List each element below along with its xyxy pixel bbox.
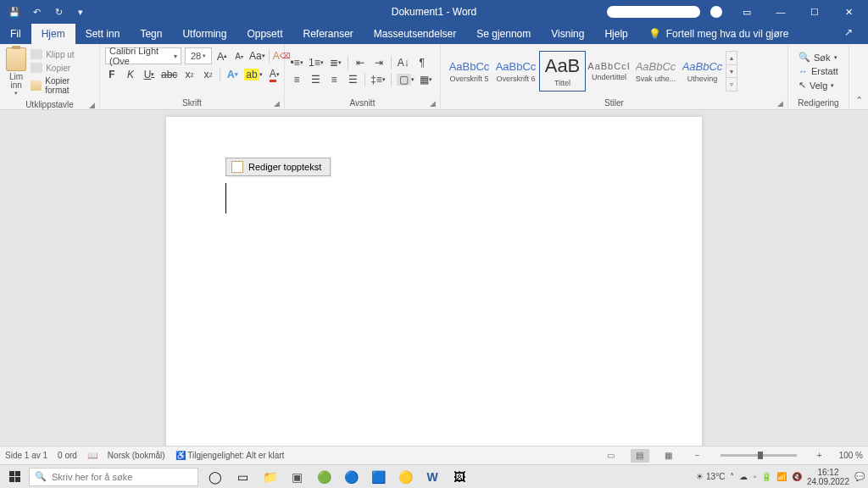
select-button[interactable]: ↖Velg▾ bbox=[797, 79, 840, 92]
paragraph-launcher-icon[interactable]: ◢ bbox=[428, 99, 437, 108]
change-case-button[interactable]: Aa▾ bbox=[249, 49, 265, 63]
minimize-icon[interactable]: — bbox=[766, 3, 795, 20]
cortana-icon[interactable]: ◯ bbox=[202, 465, 229, 489]
edit-header-button[interactable]: Rediger topptekst bbox=[225, 158, 331, 176]
shrink-font-button[interactable]: A▾ bbox=[232, 49, 246, 63]
tray-expand-icon[interactable]: ˄ bbox=[730, 472, 734, 481]
line-spacing-button[interactable]: ‡≡▾ bbox=[370, 73, 386, 86]
tab-insert[interactable]: Sett inn bbox=[75, 24, 131, 44]
word-icon[interactable]: W bbox=[419, 465, 446, 489]
zoom-in-icon[interactable]: + bbox=[810, 449, 829, 463]
zoom-slider[interactable] bbox=[721, 454, 797, 457]
chrome2-icon[interactable]: 🟡 bbox=[392, 465, 419, 489]
format-painter-button[interactable]: Kopier format bbox=[29, 75, 94, 96]
underline-button[interactable]: U▾ bbox=[142, 68, 156, 81]
battery-icon[interactable]: 🔋 bbox=[761, 472, 771, 481]
superscript-button[interactable]: x2 bbox=[201, 68, 214, 81]
save-icon[interactable]: 💾 bbox=[7, 4, 22, 19]
justify-button[interactable]: ☰ bbox=[346, 73, 359, 86]
tab-mailings[interactable]: Masseutsendelser bbox=[364, 24, 466, 44]
increase-indent-button[interactable]: ⇥ bbox=[372, 56, 386, 69]
undo-icon[interactable]: ↶ bbox=[29, 4, 44, 19]
multilevel-list-button[interactable]: ≣▾ bbox=[329, 56, 342, 69]
grow-font-button[interactable]: A▴ bbox=[215, 49, 229, 63]
align-left-button[interactable]: ≡ bbox=[290, 73, 303, 86]
read-mode-icon[interactable]: ▭ bbox=[602, 449, 620, 463]
zoom-thumb[interactable] bbox=[758, 452, 763, 459]
explorer-icon[interactable]: 📁 bbox=[256, 465, 283, 489]
media-icon[interactable]: 🔵 bbox=[337, 465, 364, 489]
customize-qat-icon[interactable]: ▾ bbox=[73, 4, 88, 19]
decrease-indent-button[interactable]: ⇤ bbox=[353, 56, 367, 69]
tab-references[interactable]: Referanser bbox=[292, 24, 363, 44]
tab-file[interactable]: Fil bbox=[0, 24, 31, 44]
zoom-level[interactable]: 100 % bbox=[839, 451, 863, 460]
notifications-icon[interactable]: 💬 bbox=[854, 472, 865, 481]
style-heading6[interactable]: AaBbCcOverskrift 6 bbox=[492, 51, 539, 92]
show-marks-button[interactable]: ¶ bbox=[415, 56, 429, 69]
ribbon-options-icon[interactable]: ▭ bbox=[732, 3, 761, 20]
volume-icon[interactable]: 🔇 bbox=[792, 472, 802, 481]
copy-button[interactable]: Kopier bbox=[29, 62, 94, 74]
tab-view[interactable]: Visning bbox=[541, 24, 594, 44]
styles-scroll-down-icon[interactable]: ▾ bbox=[726, 65, 737, 79]
clipboard-launcher-icon[interactable]: ◢ bbox=[87, 101, 96, 109]
account-avatar[interactable] bbox=[710, 6, 722, 18]
find-button[interactable]: 🔍Søk▾ bbox=[797, 51, 840, 64]
tab-draw[interactable]: Tegn bbox=[130, 24, 172, 44]
language-status[interactable]: Norsk (bokmål) bbox=[108, 451, 165, 460]
tab-layout[interactable]: Oppsett bbox=[236, 24, 292, 44]
photos-icon[interactable]: 🖼 bbox=[446, 465, 473, 489]
subscript-button[interactable]: x2 bbox=[182, 68, 196, 81]
bold-button[interactable]: F bbox=[105, 68, 119, 81]
font-launcher-icon[interactable]: ◢ bbox=[272, 99, 281, 108]
maximize-icon[interactable]: ☐ bbox=[800, 3, 829, 20]
taskbar-clock[interactable]: 16:12 24.09.2022 bbox=[807, 468, 849, 486]
tell-me-search[interactable]: 💡 Fortell meg hva du vil gjøre bbox=[638, 24, 799, 44]
highlight-button[interactable]: ab▾ bbox=[244, 68, 262, 81]
paste-button[interactable]: Lim inn ▾ bbox=[5, 47, 27, 97]
chrome-icon[interactable]: 🟢 bbox=[310, 465, 337, 489]
share-icon[interactable]: ↗ bbox=[844, 26, 860, 42]
task-view-icon[interactable]: ▭ bbox=[229, 465, 256, 489]
align-right-button[interactable]: ≡ bbox=[327, 73, 341, 86]
account-pill[interactable] bbox=[607, 6, 700, 18]
weather-widget[interactable]: ☀ 13°C bbox=[696, 472, 725, 481]
spellcheck-icon[interactable]: 📖 bbox=[87, 451, 97, 460]
word-count[interactable]: 0 ord bbox=[58, 451, 77, 460]
styles-gallery[interactable]: AaBbCcOverskrift 5 AaBbCcOverskrift 6 Aa… bbox=[446, 51, 737, 92]
font-size-combo[interactable]: 28▾ bbox=[185, 47, 212, 64]
document-page[interactable]: Rediger topptekst bbox=[166, 117, 702, 446]
tab-review[interactable]: Se gjennom bbox=[466, 24, 541, 44]
borders-button[interactable]: ▦▾ bbox=[420, 73, 433, 86]
font-name-combo[interactable]: Calibri Light (Ove▾ bbox=[105, 47, 181, 64]
store-icon[interactable]: ▣ bbox=[283, 465, 310, 489]
tab-help[interactable]: Hjelp bbox=[594, 24, 637, 44]
bullets-button[interactable]: •≡▾ bbox=[290, 56, 303, 69]
start-button[interactable] bbox=[0, 465, 29, 489]
redo-icon[interactable]: ↻ bbox=[51, 4, 66, 19]
tray-icon[interactable]: ▫ bbox=[753, 472, 756, 481]
numbering-button[interactable]: 1≡▾ bbox=[309, 56, 324, 69]
shading-button[interactable]: ▢▾ bbox=[397, 73, 415, 86]
zoom-out-icon[interactable]: − bbox=[688, 449, 707, 463]
style-title[interactable]: AaBTittel bbox=[539, 51, 586, 92]
wifi-icon[interactable]: 📶 bbox=[776, 472, 787, 481]
italic-button[interactable]: K bbox=[124, 68, 137, 81]
align-center-button[interactable]: ☰ bbox=[309, 73, 322, 86]
text-effects-button[interactable]: A▾ bbox=[225, 68, 239, 81]
taskbar-search[interactable]: 🔍 Skriv her for å søke bbox=[29, 468, 198, 486]
page-count[interactable]: Side 1 av 1 bbox=[5, 451, 47, 460]
collapse-ribbon-icon[interactable]: ⌃ bbox=[849, 44, 868, 109]
cut-button[interactable]: Klipp ut bbox=[29, 48, 94, 60]
tab-home[interactable]: Hjem bbox=[31, 24, 75, 44]
style-emphasis[interactable]: AaBbCcUtheving bbox=[679, 51, 726, 92]
styles-expand-icon[interactable]: ▿ bbox=[726, 78, 737, 91]
replace-button[interactable]: ↔Erstatt bbox=[797, 65, 840, 77]
style-subtle-emphasis[interactable]: AaBbCcSvak uthe... bbox=[632, 51, 679, 92]
styles-scroll-up-icon[interactable]: ▴ bbox=[726, 52, 737, 65]
tab-design[interactable]: Utforming bbox=[172, 24, 236, 44]
styles-launcher-icon[interactable]: ◢ bbox=[776, 99, 784, 108]
edge-icon[interactable]: 🟦 bbox=[364, 465, 392, 489]
print-layout-icon[interactable]: ▤ bbox=[631, 449, 649, 463]
